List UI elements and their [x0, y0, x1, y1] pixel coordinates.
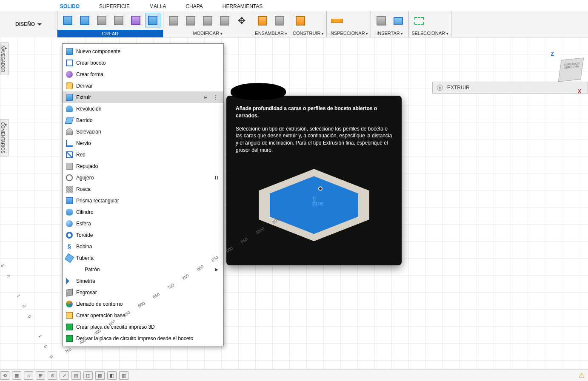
- tool-combine[interactable]: [200, 13, 215, 28]
- sketch-icon: [63, 16, 72, 25]
- tool-image[interactable]: [391, 13, 406, 28]
- menu-item-crear-placa-de-circuito-impreso-3d[interactable]: Crear placa de circuito impreso 3D: [63, 321, 223, 333]
- select-icon: [414, 17, 424, 25]
- ic-coil-icon: §: [66, 243, 73, 250]
- ic-sph-icon: [66, 220, 73, 227]
- viewcube-cube[interactable]: SUPERIORDERECHA: [558, 57, 584, 82]
- warning-icon[interactable]: ⚠: [579, 371, 585, 379]
- menu-item-revolución[interactable]: Revolución: [63, 103, 223, 114]
- sidetab-navigator[interactable]: ▸NAVEGADOR: [0, 43, 9, 75]
- menu-item-repujado[interactable]: Repujado: [63, 160, 223, 172]
- status-button-2[interactable]: ⌂: [24, 371, 33, 380]
- ic-box-icon: [66, 94, 73, 101]
- group-label-insertar[interactable]: INSERTAR: [371, 31, 408, 37]
- ic-thr-icon: [66, 186, 73, 193]
- menu-item-engrosar[interactable]: Engrosar: [63, 287, 223, 298]
- status-button-6[interactable]: ▤: [71, 371, 81, 380]
- ic-rev-icon: [66, 105, 73, 112]
- tool-joint[interactable]: [272, 13, 287, 28]
- tooltip-tail: [231, 83, 286, 100]
- tool-frame[interactable]: [111, 13, 126, 28]
- status-button-9[interactable]: ◧: [107, 371, 117, 380]
- blank-icon: [74, 266, 81, 273]
- menu-item-rosca[interactable]: Rosca: [63, 183, 223, 195]
- menu-item-cilindro[interactable]: Cilindro: [63, 206, 223, 218]
- status-button-8[interactable]: ▦: [95, 371, 105, 380]
- menu-item-label: Crear placa de circuito impreso 3D: [76, 324, 155, 330]
- menu-item-nervio[interactable]: Nervio: [63, 137, 223, 149]
- menu-item-toroide[interactable]: Toroide: [63, 229, 223, 241]
- shortcut-label: H: [215, 175, 218, 180]
- menu-item-barrido[interactable]: Barrido: [63, 114, 223, 126]
- status-button-10[interactable]: ▥: [119, 371, 128, 380]
- more-icon[interactable]: ⋮: [213, 94, 218, 100]
- ic-box-icon: [66, 197, 73, 204]
- status-button-5[interactable]: ⤢: [60, 371, 69, 380]
- joint-icon: [275, 16, 284, 26]
- menu-item-agujero[interactable]: AgujeroH: [63, 172, 223, 183]
- tool-pushpull[interactable]: [166, 13, 181, 28]
- ic-pipe-icon: [65, 253, 74, 262]
- menu-item-derivar[interactable]: Derivar: [63, 80, 223, 91]
- tool-extrude[interactable]: [145, 13, 160, 28]
- menu-item-label: Barrido: [76, 117, 93, 123]
- menu-item-prisma-rectangular[interactable]: Prisma rectangular: [63, 195, 223, 206]
- group-label-construir[interactable]: CONSTRUIR: [290, 31, 326, 37]
- menu-item-nuevo-componente[interactable]: Nuevo componente: [63, 45, 223, 57]
- group-label-inspeccionar[interactable]: INSPECCIONAR: [327, 31, 371, 37]
- tool-select[interactable]: [411, 13, 427, 28]
- tool-derive[interactable]: [374, 13, 389, 28]
- group-label-modificar[interactable]: MODIFICAR: [163, 31, 252, 37]
- status-button-4[interactable]: ⊙: [48, 371, 57, 380]
- menu-item-label: Tubería: [76, 255, 94, 261]
- sidetab-comments[interactable]: ▸COMENTARIOS: [0, 119, 9, 156]
- group-label-seleccionar[interactable]: SELECCIONAR: [409, 31, 451, 37]
- ic-web-icon: [66, 151, 73, 158]
- tool-fillet[interactable]: [183, 13, 198, 28]
- status-button-7[interactable]: ◫: [83, 371, 93, 380]
- tool-box[interactable]: [77, 13, 92, 28]
- status-button-1[interactable]: ▦: [12, 371, 21, 380]
- status-button-0[interactable]: ⟲: [0, 371, 9, 380]
- menu-item-tubería[interactable]: Tubería: [63, 252, 223, 264]
- menu-item-crear-operación-base[interactable]: Crear operación base: [63, 310, 223, 321]
- menu-item-red[interactable]: Red: [63, 149, 223, 160]
- tool-sketch[interactable]: [60, 13, 75, 28]
- viewcube[interactable]: Z SUPERIORDERECHA X: [548, 51, 582, 85]
- menu-item-crear-boceto[interactable]: Crear boceto: [63, 57, 223, 68]
- tool-hole[interactable]: [94, 13, 109, 28]
- tool-plane[interactable]: [293, 13, 308, 28]
- ic-hole-icon: [66, 174, 73, 181]
- workspace-selector[interactable]: DISEÑO: [0, 11, 57, 37]
- menu-item-extruir[interactable]: ExtruirE⋮: [63, 91, 223, 103]
- tooltip-title: Añade profundidad a caras o perfiles de …: [236, 105, 392, 119]
- menu-item-esfera[interactable]: Esfera: [63, 218, 223, 229]
- plus-icon: +: [437, 85, 443, 91]
- tooltip-body: Seleccione un tipo de extrusión, selecci…: [236, 125, 392, 154]
- group-label-ensamblar[interactable]: ENSAMBLAR: [252, 31, 290, 37]
- tool-measure[interactable]: [329, 13, 345, 28]
- tool-form[interactable]: [128, 13, 143, 28]
- box-icon: [80, 16, 89, 25]
- plane-icon: [296, 16, 305, 26]
- menu-item-label: Engrosar: [76, 290, 97, 296]
- menu-item-label: Llenado de contorno: [76, 301, 123, 307]
- tool-shell[interactable]: [217, 13, 232, 28]
- menu-item-label: Cilindro: [76, 209, 94, 215]
- tool-move[interactable]: ✥: [234, 13, 249, 28]
- menu-item-simetría[interactable]: Simetría: [63, 275, 223, 287]
- ic-loft-icon: [66, 128, 73, 135]
- ic-pcb-icon: [66, 335, 73, 342]
- status-button-3[interactable]: ⊞: [36, 371, 45, 380]
- tooltip-illustration: ⇧ 10.00: [246, 160, 382, 258]
- menu-item-label: Prisma rectangular: [76, 198, 119, 204]
- command-tooltip: Añade profundidad a caras o perfiles de …: [226, 96, 402, 265]
- group-label-crear[interactable]: CREAR: [57, 30, 163, 37]
- axis-z-label: Z: [551, 51, 554, 57]
- tool-newcomp[interactable]: [255, 13, 270, 28]
- menu-item-label: Toroide: [76, 232, 93, 238]
- menu-item-solevación[interactable]: Solevación: [63, 126, 223, 137]
- menu-item-bobina[interactable]: §Bobina: [63, 241, 223, 252]
- menu-item-crear-forma[interactable]: Crear forma: [63, 68, 223, 80]
- ic-pcb-icon: [66, 324, 73, 330]
